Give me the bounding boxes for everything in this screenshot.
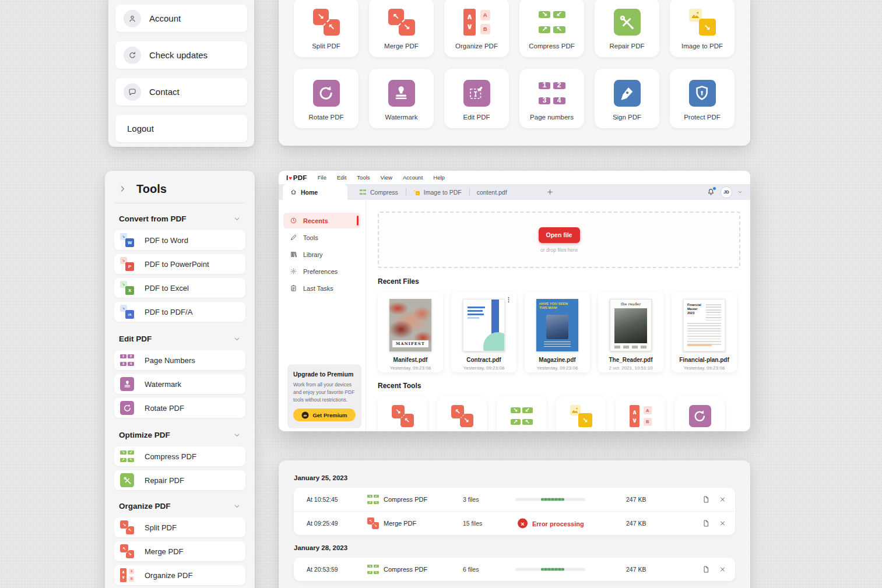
bell-icon[interactable] bbox=[707, 188, 715, 196]
tool-tile-label: Organize PDF bbox=[455, 43, 498, 50]
tool-item[interactable]: ↘↖ Split PDF bbox=[114, 517, 245, 537]
recent-tool-tile[interactable]: ↘↖ bbox=[378, 396, 427, 431]
menu-item[interactable]: Edit bbox=[337, 174, 346, 181]
tool-tile[interactable]: Watermark bbox=[369, 69, 434, 128]
file-card[interactable]: Financial Master 2023 Financial-plan.pdf… bbox=[672, 292, 737, 372]
tab[interactable]: ↘ Image to PDF bbox=[406, 184, 469, 200]
account-menu-item[interactable]: Account bbox=[115, 5, 247, 32]
file-card[interactable]: the reader The_Reader.pdf 2 oct. 2021, 1… bbox=[598, 292, 663, 372]
section-header[interactable]: Convert from PDF bbox=[114, 214, 245, 223]
section-header[interactable]: Optimize PDF bbox=[114, 430, 245, 439]
section-header[interactable]: Organize PDF bbox=[114, 501, 245, 510]
chevron-down-icon[interactable] bbox=[233, 502, 241, 510]
tool-tile[interactable]: Sign PDF bbox=[595, 69, 659, 128]
menu-item[interactable]: Account bbox=[403, 174, 423, 181]
sidebar-item[interactable]: Tools bbox=[283, 230, 361, 245]
recent-tool-tile[interactable]: ↘↙↗↖ bbox=[497, 396, 546, 431]
window-sidebar: Recents Tools Library Preferences bbox=[279, 200, 366, 431]
protect-icon bbox=[689, 80, 716, 107]
tool-item[interactable]: ∧∨AB Organize PDF bbox=[114, 565, 245, 585]
task-time: At 10:52:45 bbox=[307, 496, 338, 503]
sidebar-item[interactable]: Last Tasks bbox=[283, 280, 361, 296]
close-icon[interactable] bbox=[719, 566, 726, 573]
file-date: Yesterday, 09:23:08 bbox=[463, 365, 504, 371]
organize-icon: ∧∨AB bbox=[463, 9, 490, 36]
chevron-down-icon[interactable] bbox=[233, 335, 241, 343]
recent-tool-tile[interactable] bbox=[675, 396, 725, 431]
file-card[interactable]: Have you seen this man! Magazine.pdf Yes… bbox=[525, 292, 590, 372]
account-menu-item[interactable]: Check updates bbox=[115, 41, 247, 69]
repair-icon bbox=[614, 9, 641, 36]
task-tool: Merge PDF bbox=[384, 520, 416, 527]
tool-tile[interactable]: Edit PDF bbox=[444, 69, 509, 128]
file-dropzone[interactable]: Open file or drop files here bbox=[378, 212, 740, 268]
menu-item[interactable]: Help bbox=[433, 174, 445, 181]
user-avatar[interactable]: JD bbox=[721, 186, 732, 198]
recent-tool-tile[interactable]: ↘ bbox=[556, 396, 606, 431]
account-menu-item[interactable]: Contact bbox=[115, 78, 247, 105]
compress-icon: ↘↙↗↖ bbox=[511, 405, 533, 427]
tool-item[interactable]: ↘X PDF to Excel bbox=[114, 278, 245, 298]
progress-bar bbox=[515, 498, 585, 501]
task-file-count: 15 files bbox=[463, 520, 482, 527]
kebab-icon[interactable] bbox=[505, 296, 512, 304]
sidebar-item[interactable]: Library bbox=[283, 247, 361, 262]
doc-icon[interactable] bbox=[702, 519, 710, 528]
app-logo: I♥PDF bbox=[286, 174, 307, 181]
chevron-down-icon[interactable] bbox=[233, 215, 241, 223]
tab[interactable]: ↘↙↗↖ Compress bbox=[352, 184, 406, 200]
tool-item[interactable]: 1234 Page Numbers bbox=[114, 350, 245, 370]
tool-item[interactable]: Watermark bbox=[114, 374, 245, 394]
task-group-card: At 20:53:59 ↘↙↗↖ Compress PDF 6 files 24… bbox=[294, 558, 735, 581]
close-icon[interactable] bbox=[719, 496, 726, 504]
tool-item[interactable]: ↖↘ Merge PDF bbox=[114, 541, 245, 561]
task-size: 247 KB bbox=[626, 566, 646, 573]
tool-tile[interactable]: Repair PDF bbox=[595, 0, 659, 57]
chevron-right-icon[interactable] bbox=[118, 184, 127, 193]
file-card[interactable]: Contract.pdf Yesterday, 09:23:08 bbox=[451, 292, 516, 372]
file-card[interactable]: MANIFEST Manifest.pdf Yesterday, 09:23:0… bbox=[378, 292, 443, 372]
doc-icon[interactable] bbox=[702, 565, 710, 574]
sidebar-item[interactable]: Preferences bbox=[283, 263, 361, 279]
open-file-button[interactable]: Open file bbox=[539, 227, 580, 243]
file-date: Yesterday, 09:23:08 bbox=[390, 365, 431, 371]
tool-tile[interactable]: ↘ Image to PDF bbox=[670, 0, 735, 57]
recent-tool-tile[interactable]: ↖↘ bbox=[437, 396, 487, 431]
chevron-down-icon[interactable] bbox=[737, 189, 743, 195]
task-file-count: 3 files bbox=[463, 496, 479, 503]
tool-tile[interactable]: 1234 Page numbers bbox=[519, 69, 584, 128]
tool-item[interactable]: Repair PDF bbox=[114, 470, 245, 490]
tool-item[interactable]: ↘/A PDF to PDF/A bbox=[114, 302, 245, 322]
tab[interactable]: content.pdf bbox=[469, 184, 515, 200]
tab-label: Home bbox=[301, 189, 318, 196]
sidebar-item[interactable]: Recents bbox=[283, 213, 361, 228]
tool-tile[interactable]: Rotate PDF bbox=[294, 69, 359, 128]
tool-item[interactable]: ↘W PDF to Word bbox=[114, 230, 245, 250]
tool-tile-label: Image to PDF bbox=[681, 43, 723, 50]
tool-tile[interactable]: ∧∨AB Organize PDF bbox=[444, 0, 509, 57]
close-icon[interactable] bbox=[719, 520, 726, 527]
chevron-down-icon[interactable] bbox=[233, 431, 241, 439]
tool-item[interactable]: Rotate PDF bbox=[114, 398, 245, 418]
doc-icon[interactable] bbox=[702, 495, 710, 504]
rotate-icon bbox=[120, 401, 134, 415]
get-premium-button[interactable]: Get Premium bbox=[293, 409, 356, 421]
tool-tile[interactable]: ↘↙↗↖ Compress PDF bbox=[519, 0, 584, 57]
tasks-panel: January 25, 2023 At 10:52:45 ↘↙↗↖ Compre… bbox=[279, 460, 750, 588]
plus-icon[interactable] bbox=[546, 188, 554, 196]
heart-icon: ♥ bbox=[289, 175, 293, 181]
task-file-count: 6 files bbox=[463, 566, 479, 573]
tool-tile[interactable]: Protect PDF bbox=[670, 69, 735, 128]
logout-button[interactable]: Logout bbox=[115, 115, 247, 142]
tool-item[interactable]: ↘P PDF to PowerPoint bbox=[114, 254, 245, 274]
menu-item[interactable]: File bbox=[318, 174, 326, 181]
recent-tool-tile[interactable]: ∧∨AB bbox=[616, 396, 665, 431]
menu-item[interactable]: View bbox=[381, 174, 392, 181]
progress-fill bbox=[541, 568, 564, 571]
section-header[interactable]: Edit PDF bbox=[114, 334, 245, 343]
tool-tile[interactable]: ↘↖ Split PDF bbox=[294, 0, 359, 57]
menu-item[interactable]: Tools bbox=[357, 174, 370, 181]
tab[interactable]: Home bbox=[283, 184, 347, 200]
tool-tile[interactable]: ↖↘ Merge PDF bbox=[369, 0, 434, 57]
tool-item[interactable]: ↘↙↗↖ Compress PDF bbox=[114, 446, 245, 466]
